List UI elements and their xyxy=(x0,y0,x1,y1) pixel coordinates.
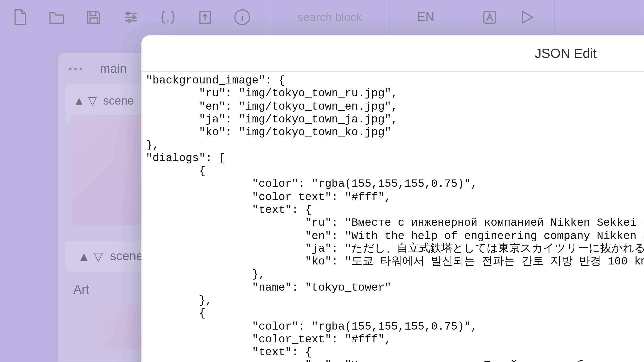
modal-body[interactable]: "background_image": { "ru": "img/tokyo_t… xyxy=(141,72,644,362)
json-editor-content[interactable]: "background_image": { "ru": "img/tokyo_t… xyxy=(146,74,644,362)
json-edit-modal: JSON Edit "background_image": { "ru": "i… xyxy=(141,35,644,362)
modal-header: JSON Edit xyxy=(141,35,644,72)
modal-title: JSON Edit xyxy=(535,46,597,61)
